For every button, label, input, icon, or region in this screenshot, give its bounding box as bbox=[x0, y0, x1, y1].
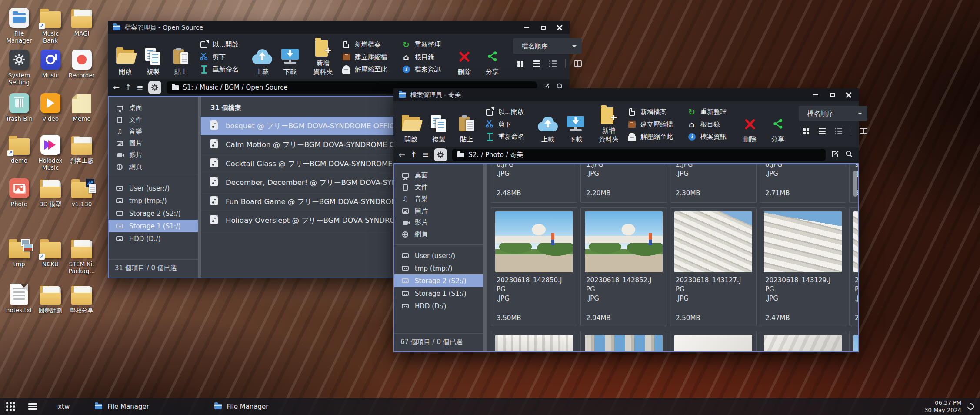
file-card[interactable]: 20230618_142850.JPG.JPG3.50MB bbox=[491, 207, 577, 326]
notification-ring-icon[interactable] bbox=[966, 402, 975, 411]
app-launcher-icon[interactable] bbox=[6, 402, 15, 411]
share-button[interactable]: 分享 bbox=[480, 37, 504, 77]
sidebar-drive-hdd[interactable]: HDD (D:/) bbox=[109, 232, 198, 245]
sort-order-dropdown[interactable]: 檔名順序 bbox=[513, 38, 582, 54]
desktop-icon-11[interactable]: 創客工廠 bbox=[66, 133, 97, 164]
minimize-button[interactable] bbox=[807, 89, 824, 101]
sidebar-drive-user[interactable]: User (user:/) bbox=[394, 249, 483, 262]
sidebar-drive-tmp[interactable]: tmp (tmp:/) bbox=[394, 262, 483, 274]
file-card-clipped[interactable] bbox=[760, 331, 846, 351]
desktop-icon-3[interactable]: System Setting bbox=[3, 48, 35, 86]
root-dir-button[interactable]: ⌂根目錄 bbox=[400, 51, 443, 63]
sidebar-scrollbar[interactable] bbox=[483, 164, 487, 351]
sidebar-drive-storage1[interactable]: Storage 1 (S1:/) bbox=[394, 287, 483, 300]
copy-button[interactable]: 複製 bbox=[141, 37, 165, 77]
sidebar-scrollbar[interactable] bbox=[198, 97, 201, 278]
paste-button[interactable]: 貼上 bbox=[169, 37, 193, 77]
sidebar-item-pictures[interactable]: 圖片 bbox=[109, 137, 198, 149]
desktop-icon-19[interactable]: 圓夢計劃 bbox=[35, 283, 66, 314]
desktop-icon-6[interactable]: Trash Bin bbox=[3, 91, 35, 123]
root-dir-button[interactable]: ⌂根目錄 bbox=[685, 119, 728, 131]
file-card-partial[interactable]: 1.JPG.JPG2.20MB bbox=[580, 164, 667, 203]
desktop-icon-2[interactable]: MAGI bbox=[66, 6, 97, 37]
paste-button[interactable]: 貼上 bbox=[454, 105, 479, 144]
file-info-button[interactable]: 檔案資訊 bbox=[685, 131, 728, 143]
taskbar-task-file-manager-1[interactable]: File Manager bbox=[95, 403, 149, 411]
file-card-partial[interactable]: 0.JPG.JPG2.48MB bbox=[491, 164, 577, 203]
refresh-button[interactable]: ↻重新整理 bbox=[400, 39, 443, 50]
sidebar-drive-user[interactable]: User (user:/) bbox=[109, 182, 198, 194]
file-card[interactable]: 20230618_143131.JPG.JPG2.47MB bbox=[849, 207, 858, 326]
desktop-icon-5[interactable]: Recorder bbox=[66, 48, 97, 79]
sidebar-drive-storage2[interactable]: Storage 2 (S2:/) bbox=[109, 207, 198, 220]
desktop-icon-12[interactable]: Photo bbox=[3, 177, 35, 208]
file-card-clipped[interactable] bbox=[491, 331, 577, 351]
file-info-button[interactable]: 檔案資訊 bbox=[400, 64, 443, 75]
settings-gear-button[interactable] bbox=[148, 81, 161, 94]
minimize-button[interactable] bbox=[518, 21, 535, 33]
upload-button[interactable]: 上載 bbox=[250, 37, 274, 77]
open-button[interactable]: 開啟 bbox=[399, 105, 423, 144]
titlebar[interactable]: 檔案管理員 - Open Source bbox=[108, 21, 570, 34]
maximize-button[interactable] bbox=[535, 21, 551, 33]
menu-icon[interactable]: ≡ bbox=[422, 151, 429, 159]
rename-button[interactable]: 重新命名 bbox=[197, 64, 240, 75]
sidebar-item-pictures[interactable]: 圖片 bbox=[394, 205, 483, 217]
share-button[interactable]: 分享 bbox=[766, 105, 790, 144]
desktop-icon-20[interactable]: 學校分享 bbox=[66, 283, 97, 314]
desktop-icon-13[interactable]: 3D 模型 bbox=[35, 177, 66, 208]
new-file-button[interactable]: 新增檔案 bbox=[340, 39, 389, 50]
file-card[interactable]: 20230618_143129.JPG.JPG2.47MB bbox=[760, 207, 846, 326]
desktop-icon-14[interactable]: v1.130 bbox=[66, 177, 97, 208]
close-button[interactable] bbox=[551, 21, 568, 33]
sidebar-item-web[interactable]: 網頁 bbox=[394, 228, 483, 240]
delete-button[interactable]: 刪除 bbox=[738, 105, 762, 144]
taskbar-menu-icon[interactable] bbox=[28, 398, 37, 415]
close-button[interactable] bbox=[840, 89, 857, 101]
sidebar-item-web[interactable]: 網頁 bbox=[109, 161, 198, 173]
desktop-icon-17[interactable]: STEM Kit Packag... bbox=[66, 237, 97, 275]
file-card-clipped[interactable] bbox=[670, 331, 757, 351]
view-detail-button[interactable] bbox=[834, 127, 843, 135]
search-icon[interactable] bbox=[845, 150, 853, 160]
file-card[interactable]: 20230618_143127.JPG.JPG2.50MB bbox=[670, 207, 757, 326]
sort-order-dropdown[interactable]: 檔名順序 bbox=[799, 106, 867, 121]
sidebar-item-videos[interactable]: 影片 bbox=[109, 149, 198, 161]
settings-gear-button[interactable] bbox=[434, 148, 447, 161]
refresh-button[interactable]: ↻重新整理 bbox=[685, 106, 728, 118]
new-folder-button[interactable]: 新增資料夾 bbox=[311, 37, 335, 77]
user-label[interactable]: ixtw bbox=[56, 403, 70, 411]
sidebar-drive-storage1[interactable]: Storage 1 (S1:/) bbox=[109, 220, 198, 232]
extract-here-button[interactable]: 解壓縮至此 bbox=[625, 131, 675, 143]
file-card-clipped[interactable] bbox=[580, 331, 667, 351]
view-grid-button[interactable] bbox=[801, 127, 810, 135]
back-icon[interactable]: ← bbox=[399, 151, 405, 159]
clock[interactable]: 06:37 PM 30 May 2024 bbox=[924, 399, 961, 414]
open-with-button[interactable]: 以...開啟 bbox=[197, 39, 240, 50]
dual-pane-button[interactable] bbox=[573, 60, 582, 67]
sidebar-item-desktop[interactable]: 桌面 bbox=[109, 102, 198, 114]
file-card[interactable]: 20230618_142852.JPG.JPG2.94MB bbox=[580, 207, 667, 326]
desktop-icon-16[interactable]: ↗NCKU bbox=[35, 237, 66, 268]
sidebar-item-videos[interactable]: 影片 bbox=[394, 217, 483, 228]
copy-button[interactable]: 複製 bbox=[427, 105, 451, 144]
open-with-button[interactable]: 以...開啟 bbox=[483, 106, 526, 118]
open-button[interactable]: 開啟 bbox=[113, 37, 137, 77]
rename-button[interactable]: 重新命名 bbox=[483, 131, 526, 143]
extract-here-button[interactable]: 解壓縮至此 bbox=[340, 64, 389, 75]
view-list-button[interactable] bbox=[818, 127, 827, 135]
desktop-icon-0[interactable]: File Manager bbox=[3, 6, 35, 44]
delete-button[interactable]: 刪除 bbox=[452, 37, 477, 77]
desktop-icon-10[interactable]: Holodex Music bbox=[35, 133, 66, 171]
desktop-icon-8[interactable]: Memo bbox=[66, 91, 97, 123]
download-button[interactable]: 下載 bbox=[278, 37, 302, 77]
sidebar-drive-hdd[interactable]: HDD (D:/) bbox=[394, 300, 483, 312]
up-icon[interactable]: ↑ bbox=[410, 151, 417, 159]
maximize-button[interactable] bbox=[824, 89, 840, 101]
new-file-button[interactable]: 新增檔案 bbox=[625, 106, 675, 118]
sidebar-item-desktop[interactable]: 桌面 bbox=[394, 170, 483, 181]
path-field[interactable]: S2: / Photo / 奇美 bbox=[452, 149, 826, 161]
sidebar-item-documents[interactable]: 文件 bbox=[394, 181, 483, 193]
desktop-icon-18[interactable]: notes.txt bbox=[3, 283, 35, 314]
sidebar-drive-storage2[interactable]: Storage 2 (S2:/) bbox=[394, 274, 483, 287]
